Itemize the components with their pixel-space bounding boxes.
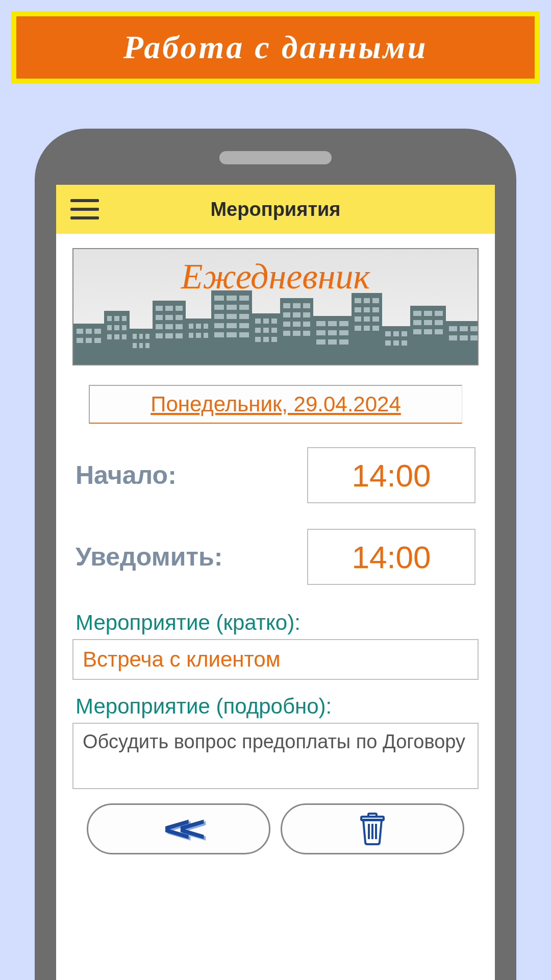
top-banner: Работа с данными xyxy=(11,11,540,84)
banner-title: Работа с данными xyxy=(123,29,428,65)
notify-time-input[interactable]: 14:00 xyxy=(307,529,475,585)
start-time-row: Начало: 14:00 xyxy=(72,447,479,503)
phone-speaker xyxy=(219,151,332,164)
phone-frame: Мероприятия Ежедневник xyxy=(35,129,516,980)
delete-button[interactable] xyxy=(281,803,464,854)
content: Ежедневник Понедельник, 2 xyxy=(56,234,495,869)
svg-rect-4 xyxy=(368,814,377,817)
back-arrow-icon: << xyxy=(163,808,193,849)
back-button[interactable]: << xyxy=(87,803,270,854)
hamburger-icon[interactable] xyxy=(70,199,99,219)
notify-time-row: Уведомить: 14:00 xyxy=(72,529,479,585)
appbar: Мероприятия xyxy=(56,185,495,234)
start-time-input[interactable]: 14:00 xyxy=(307,447,475,503)
start-label: Начало: xyxy=(76,460,177,490)
appbar-title: Мероприятия xyxy=(210,199,340,220)
event-short-input[interactable]: Встреча с клиентом xyxy=(72,639,479,680)
event-short-label: Мероприятие (кратко): xyxy=(72,610,479,635)
city-banner: Ежедневник xyxy=(72,248,479,365)
city-banner-title: Ежедневник xyxy=(73,256,478,297)
screen: Мероприятия Ежедневник xyxy=(56,185,495,980)
notify-label: Уведомить: xyxy=(76,542,222,572)
button-row: << xyxy=(72,803,479,854)
event-detail-input[interactable]: Обсудить вопрос предоплаты по Договору xyxy=(72,723,479,789)
date-field[interactable]: Понедельник, 29.04.2024 xyxy=(89,385,462,424)
event-detail-label: Мероприятие (подробно): xyxy=(72,694,479,719)
skyline-icon xyxy=(73,288,478,364)
trash-icon xyxy=(358,813,387,845)
